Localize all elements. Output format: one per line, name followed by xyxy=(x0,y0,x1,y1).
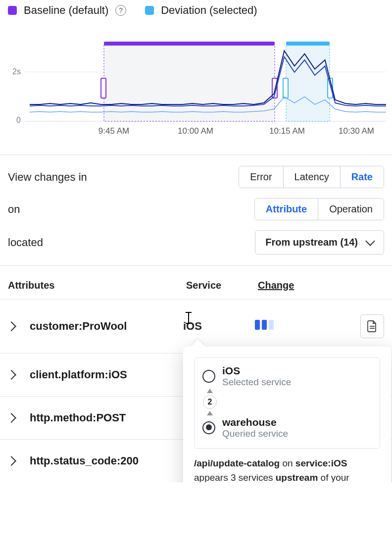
location-dropdown[interactable]: From upstream (14) xyxy=(255,230,384,254)
deviation-label: Deviation (selected) xyxy=(161,4,257,17)
help-icon[interactable]: ? xyxy=(115,5,126,16)
metric-segmented: Error Latency Rate xyxy=(239,166,384,188)
selected-service-icon xyxy=(202,370,215,383)
groupby-attribute[interactable]: Attribute xyxy=(255,199,318,220)
baseline-label: Baseline (default) xyxy=(24,4,108,17)
service-label: iOS xyxy=(183,320,255,333)
hop-count: 2 xyxy=(203,395,217,409)
header-service: Service xyxy=(186,280,258,291)
attribute-label: customer:ProWool xyxy=(30,320,183,333)
x-tick-3: 10:30 AM xyxy=(339,126,374,136)
expand-chevron-icon[interactable] xyxy=(6,413,16,423)
deviation-swatch xyxy=(145,6,154,15)
location-dropdown-label: From upstream (14) xyxy=(265,237,358,248)
popover-description: /api/update-catalog on service:iOS appea… xyxy=(194,457,380,482)
queried-service-name: warehouse xyxy=(222,416,288,428)
metric-rate[interactable]: Rate xyxy=(340,166,384,188)
deviation-selection[interactable] xyxy=(286,45,330,121)
svg-rect-5 xyxy=(262,320,267,330)
control-on: on Attribute Operation xyxy=(0,193,392,225)
latency-chart[interactable]: 2s 0 9:45 AM 10:00 AM 10:15 AM 10:30 AM xyxy=(0,20,392,149)
arrow-up-icon xyxy=(207,389,213,393)
svg-rect-6 xyxy=(269,320,274,330)
change-bars xyxy=(255,319,334,334)
header-change[interactable]: Change xyxy=(258,280,337,291)
y-tick-2s: 2s xyxy=(12,67,21,76)
deviation-handle-left[interactable] xyxy=(283,78,288,98)
y-tick-0: 0 xyxy=(16,116,21,124)
attribute-label: http.status_code:200 xyxy=(30,455,183,467)
queried-service-subtitle: Queried service xyxy=(222,428,288,439)
popover-card: iOS Selected service 2 warehouse Queried… xyxy=(194,357,380,449)
expand-chevron-icon[interactable] xyxy=(6,370,16,380)
arrow-up-icon xyxy=(207,411,213,415)
control-view-changes: View changes in Error Latency Rate xyxy=(0,161,392,193)
header-attributes: Attributes xyxy=(8,280,186,291)
divider xyxy=(0,154,392,155)
svg-rect-4 xyxy=(255,320,260,330)
selected-service-name: iOS xyxy=(222,365,291,377)
document-icon xyxy=(367,320,378,333)
chart-svg: 2s 0 9:45 AM 10:00 AM 10:15 AM 10:30 AM xyxy=(0,25,392,139)
label-on: on xyxy=(8,203,20,216)
document-icon-button[interactable] xyxy=(360,314,384,338)
x-tick-2: 10:15 AM xyxy=(269,126,305,136)
svg-rect-2 xyxy=(104,42,275,46)
chart-legend: Baseline (default) ? Deviation (selected… xyxy=(0,0,392,20)
chevron-down-icon xyxy=(365,236,375,246)
x-tick-1: 10:00 AM xyxy=(178,126,213,136)
control-located: located From upstream (14) xyxy=(0,225,392,259)
expand-chevron-icon[interactable] xyxy=(6,456,16,466)
connector: 2 xyxy=(202,389,217,415)
baseline-selection[interactable] xyxy=(104,45,275,121)
groupby-operation[interactable]: Operation xyxy=(318,199,384,220)
attribute-label: http.method:POST xyxy=(30,411,183,424)
x-tick-0: 9:45 AM xyxy=(98,126,129,136)
selected-service-subtitle: Selected service xyxy=(222,377,291,388)
attribute-label: client.platform:iOS xyxy=(30,368,183,381)
label-view-changes: View changes in xyxy=(8,171,87,184)
groupby-segmented: Attribute Operation xyxy=(254,198,384,220)
expand-chevron-icon[interactable] xyxy=(6,321,16,331)
label-located: located xyxy=(8,236,43,249)
service-path-popover: iOS Selected service 2 warehouse Queried… xyxy=(183,347,391,482)
baseline-swatch xyxy=(8,6,17,15)
svg-rect-3 xyxy=(286,42,330,46)
metric-latency[interactable]: Latency xyxy=(283,166,340,188)
attributes-table-header: Attributes Service Change xyxy=(0,272,392,300)
baseline-handle-left[interactable] xyxy=(101,78,106,98)
divider-2 xyxy=(0,265,392,266)
queried-service-icon xyxy=(202,421,215,434)
metric-error[interactable]: Error xyxy=(239,166,283,188)
